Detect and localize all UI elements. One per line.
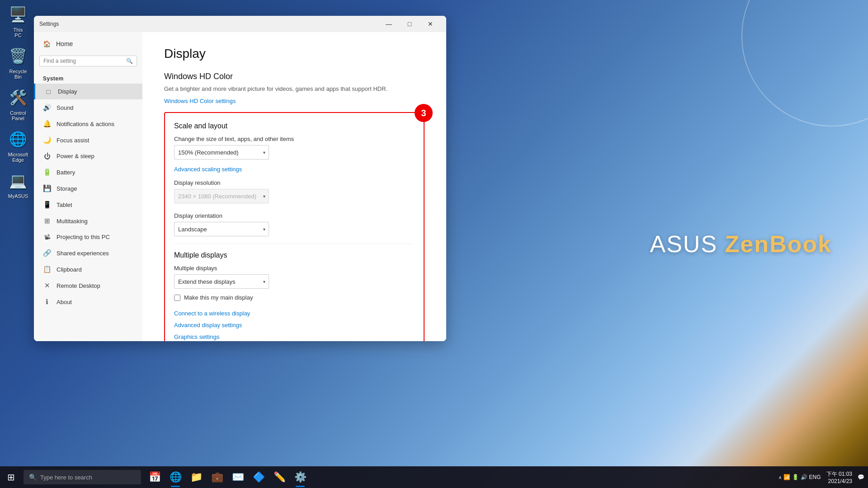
orientation-select-wrapper: Landscape Portrait Landscape (flipped) P… xyxy=(174,222,269,236)
sidebar-item-storage-label: Storage xyxy=(57,185,77,192)
taskbar-battery-icon: 🔋 xyxy=(792,474,799,480)
taskbar-date: 2021/4/23 xyxy=(828,478,852,484)
connect-wireless-link[interactable]: Connect to a wireless display xyxy=(174,310,250,317)
sidebar-item-tablet[interactable]: 📱 Tablet xyxy=(34,197,142,213)
maximize-button[interactable]: □ xyxy=(399,16,420,32)
settings-body: 🏠 Home 🔍 System □ Display 🔊 Sound � xyxy=(34,32,446,341)
taskbar-right: ∧ 📶 🔋 🔊 ENG 下午 01:03 2021/4/23 💬 xyxy=(778,470,868,484)
taskbar-app-explorer[interactable]: 📁 xyxy=(186,466,206,488)
taskbar-chevron-icon[interactable]: ∧ xyxy=(778,475,782,480)
scale-layout-section: Scale and layout Change the size of text… xyxy=(174,122,415,236)
main-display-checkbox[interactable] xyxy=(174,295,180,301)
notifications-icon: 🔔 xyxy=(43,120,51,128)
window-title: Settings xyxy=(39,21,378,27)
settings-window: Settings — □ ✕ 🏠 Home 🔍 System xyxy=(34,16,446,341)
multiple-displays-label: Multiple displays xyxy=(174,265,415,272)
sidebar-item-display[interactable]: □ Display xyxy=(34,84,142,99)
hd-color-desc: Get a brighter and more vibrant picture … xyxy=(164,85,425,93)
projecting-icon: 📽 xyxy=(43,233,51,241)
orientation-label: Display orientation xyxy=(174,212,415,219)
myasus-icon: 💻 xyxy=(7,170,29,192)
sidebar-item-battery[interactable]: 🔋 Battery xyxy=(34,164,142,180)
sidebar-item-clipboard[interactable]: 📋 Clipboard xyxy=(34,261,142,277)
taskbar-search-text: Type here to search xyxy=(40,474,92,481)
main-content: Display Windows HD Color Get a brighter … xyxy=(142,32,446,341)
taskbar-search-icon: 🔍 xyxy=(29,474,37,481)
multiple-displays-section: Multiple displays Multiple displays Exte… xyxy=(174,251,415,341)
desktop: ASUS ZenBook 🖥️ This PC 🗑️ Recycle Bin 🛠… xyxy=(0,0,868,488)
desktop-icon-recyclebin[interactable]: 🗑️ Recycle Bin xyxy=(0,42,36,83)
graphics-settings-link[interactable]: Graphics settings xyxy=(174,333,219,340)
hd-color-link[interactable]: Windows HD Color settings xyxy=(164,98,236,104)
sidebar-search-input[interactable] xyxy=(43,58,126,64)
scale-select[interactable]: 100% 125% 150% (Recommended) 175% 200% xyxy=(174,145,269,160)
taskbar-apps: 📅 🌐 📁 💼 ✉️ 🔷 ✏️ ⚙️ xyxy=(145,466,310,488)
recyclebin-icon: 🗑️ xyxy=(7,45,29,67)
taskbar-clock[interactable]: 下午 01:03 2021/4/23 xyxy=(823,470,856,484)
sidebar-home[interactable]: 🏠 Home xyxy=(34,36,142,52)
minimize-button[interactable]: — xyxy=(378,16,399,32)
sound-icon: 🔊 xyxy=(43,103,51,112)
sidebar-item-focusassist[interactable]: 🌙 Focus assist xyxy=(34,132,142,148)
sidebar-item-storage[interactable]: 💾 Storage xyxy=(34,180,142,197)
scale-layout-title: Scale and layout xyxy=(174,122,415,130)
advanced-display-link[interactable]: Advanced display settings xyxy=(174,322,242,328)
sidebar-item-clipboard-label: Clipboard xyxy=(57,266,82,273)
sidebar-item-about[interactable]: ℹ About xyxy=(34,294,142,310)
multiple-displays-select[interactable]: Extend these displays Duplicate these di… xyxy=(174,274,269,289)
highlight-badge: 3 xyxy=(415,104,433,122)
sidebar-item-multitasking-label: Multitasking xyxy=(57,218,88,225)
desktop-icon-controlpanel[interactable]: 🛠️ Control Panel xyxy=(0,83,36,125)
sidebar-item-sharedexperiences-label: Shared experiences xyxy=(57,250,109,257)
sidebar-item-focusassist-label: Focus assist xyxy=(57,137,89,144)
close-button[interactable]: ✕ xyxy=(420,16,441,32)
taskbar-app-settings[interactable]: ⚙️ xyxy=(290,466,310,488)
section-divider xyxy=(174,244,415,244)
title-bar: Settings — □ ✕ xyxy=(34,16,446,32)
desktop-icon-edge[interactable]: 🌐 Microsoft Edge xyxy=(0,125,36,166)
sidebar-item-battery-label: Battery xyxy=(57,169,75,176)
start-button[interactable]: ⊞ xyxy=(0,466,22,488)
tablet-icon: 📱 xyxy=(43,201,51,209)
arc-decoration xyxy=(741,0,868,127)
sidebar-item-multitasking[interactable]: ⊞ Multitasking xyxy=(34,213,142,229)
notifications-bell-icon[interactable]: 💬 xyxy=(858,474,864,480)
taskbar-app-mail[interactable]: ✉️ xyxy=(228,466,248,488)
taskbar-app-edge[interactable]: 🌐 xyxy=(165,466,185,488)
resolution-label: Display resolution xyxy=(174,179,415,186)
display-icon: □ xyxy=(44,88,52,95)
multiple-displays-select-wrapper: Extend these displays Duplicate these di… xyxy=(174,274,269,289)
focusassist-icon: 🌙 xyxy=(43,136,51,144)
taskbar-app-notepad[interactable]: ✏️ xyxy=(269,466,289,488)
resolution-select[interactable]: 2340 × 1080 (Recommended) 868 × 488 12… xyxy=(174,189,269,203)
taskbar-app-teams[interactable]: 🔷 xyxy=(249,466,269,488)
brand-text: ASUS ZenBook xyxy=(650,230,832,258)
taskbar-app-taskview[interactable]: 📅 xyxy=(145,466,165,488)
clipboard-icon: 📋 xyxy=(43,265,51,273)
orientation-select[interactable]: Landscape Portrait Landscape (flipped) P… xyxy=(174,222,269,236)
multiple-displays-title: Multiple displays xyxy=(174,251,415,259)
taskbar-lang: ENG xyxy=(809,474,821,480)
storage-icon: 💾 xyxy=(43,184,51,192)
desktop-icon-myasus[interactable]: 💻 MyASUS xyxy=(0,166,36,202)
home-icon: 🏠 xyxy=(43,40,51,47)
window-controls: — □ ✕ xyxy=(378,16,441,32)
sidebar-item-sound[interactable]: 🔊 Sound xyxy=(34,99,142,116)
desktop-icon-thispc[interactable]: 🖥️ This PC xyxy=(0,0,36,42)
main-display-checkbox-row: Make this my main display xyxy=(174,294,415,301)
sidebar-item-tablet-label: Tablet xyxy=(57,202,72,208)
sidebar-item-sharedexperiences[interactable]: 🔗 Shared experiences xyxy=(34,245,142,261)
thispc-icon: 🖥️ xyxy=(7,4,29,25)
taskbar-network-icon: 📶 xyxy=(783,474,790,480)
sidebar-item-remotedesktop[interactable]: ✕ Remote Desktop xyxy=(34,277,142,294)
powersleep-icon: ⏻ xyxy=(43,152,51,160)
sidebar-item-powersleep[interactable]: ⏻ Power & sleep xyxy=(34,148,142,164)
sidebar-item-notifications[interactable]: 🔔 Notifications & actions xyxy=(34,116,142,132)
sidebar-item-projecting-label: Projecting to this PC xyxy=(57,234,110,240)
taskbar-app-store[interactable]: 💼 xyxy=(207,466,227,488)
resolution-select-wrapper: 2340 × 1080 (Recommended) 868 × 488 12… xyxy=(174,189,269,203)
taskbar-search[interactable]: 🔍 Type here to search xyxy=(24,470,141,484)
controlpanel-icon: 🛠️ xyxy=(7,87,29,108)
advanced-scaling-link[interactable]: Advanced scaling settings xyxy=(174,166,242,173)
sidebar-item-projecting[interactable]: 📽 Projecting to this PC xyxy=(34,229,142,245)
